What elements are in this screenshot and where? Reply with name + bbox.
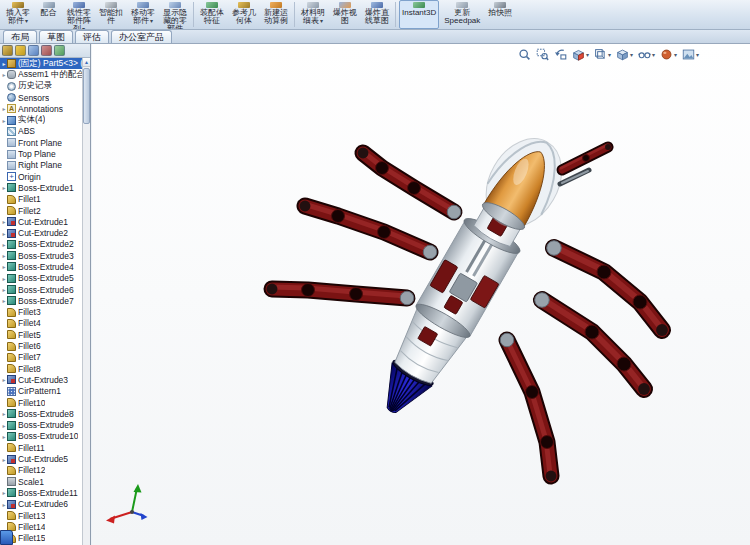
take-snapshot-button[interactable]: 拍快照 [485, 0, 515, 29]
tree-item[interactable]: 历史记录 [0, 81, 82, 92]
tree-item[interactable]: ▸Boss-Extrude9 [0, 420, 82, 431]
dropdown-arrow-icon[interactable]: ▾ [150, 18, 153, 24]
ribbon-button-label: 图 [341, 17, 349, 25]
tree-item[interactable]: ▸实体(4) [0, 114, 82, 125]
tree-item[interactable]: Fillet13 [0, 510, 82, 521]
linear-component-pattern-button[interactable]: 线性零部件阵列▾ [64, 0, 94, 29]
tree-item[interactable]: Fillet10 [0, 397, 82, 408]
tree-item-label: Fillet7 [18, 352, 41, 362]
dropdown-arrow-icon[interactable]: ▾ [320, 18, 323, 24]
section-view-button[interactable]: ▾ [570, 47, 591, 63]
tree-item[interactable]: ▸Cut-Extrude1 [0, 216, 82, 227]
tree-item[interactable]: Fillet6 [0, 340, 82, 351]
tree-item[interactable]: ▸Boss-Extrude1 [0, 182, 82, 193]
tree-item[interactable]: Origin [0, 171, 82, 182]
update-speedpak-button[interactable]: 更新Speedpak [441, 0, 483, 29]
ribbon-button-label: 特征 [204, 17, 220, 25]
tree-item[interactable]: Top Plane [0, 148, 82, 159]
insert-component-button[interactable]: 插入零部件▾ [3, 0, 33, 29]
mate-button[interactable]: 配合 [35, 0, 62, 29]
tree-item[interactable]: ▸Cut-Extrude5 [0, 453, 82, 464]
tree-item-label: Cut-Extrude1 [18, 217, 68, 227]
assembly-features-button[interactable]: 装配体特征 [197, 0, 227, 29]
dropdown-arrow-icon[interactable]: ▾ [652, 51, 655, 58]
dropdown-arrow-icon[interactable]: ▾ [630, 51, 633, 58]
display-style-button[interactable]: ▾ [614, 47, 635, 63]
instant3d-button[interactable]: Instant3D [399, 0, 439, 29]
tree-item[interactable]: ABS [0, 126, 82, 137]
tree-item[interactable]: ▸Assem1 中的配合 [0, 69, 82, 80]
explode-line-sketch-button[interactable]: 爆炸直线草图 [362, 0, 392, 29]
tree-item[interactable]: Fillet7 [0, 352, 82, 363]
tree-item[interactable]: ▸Cut-Extrude6 [0, 499, 82, 510]
displaymanager-tab-icon[interactable] [54, 45, 65, 56]
dimxpertmanager-tab-icon[interactable] [41, 45, 52, 56]
tree-item[interactable]: Scale1 [0, 476, 82, 487]
tree-item[interactable]: Right Plane [0, 160, 82, 171]
bill-of-materials-button[interactable]: 材料明细表▾ [298, 0, 328, 29]
tree-item[interactable]: ▸Boss-Extrude10 [0, 431, 82, 442]
featuremanager-tab-icon[interactable] [2, 45, 13, 56]
scrollbar-thumb[interactable] [83, 68, 90, 124]
tree-item[interactable]: ▸Boss-Extrude3 [0, 250, 82, 261]
fillet-icon [7, 398, 16, 407]
tree-item[interactable]: Fillet5 [0, 329, 82, 340]
tab-evaluate[interactable]: 评估 [75, 30, 109, 43]
edit-appearance-button[interactable]: ▾ [658, 47, 679, 63]
tab-layout[interactable]: 布局 [3, 30, 37, 43]
dropdown-arrow-icon[interactable]: ▾ [608, 51, 611, 58]
ribbon-separator [193, 2, 194, 27]
smart-fasteners-button[interactable]: 智能扣件 [96, 0, 126, 29]
hide-show-items-button[interactable]: ▾ [636, 47, 657, 63]
tree-item[interactable]: ▸Cut-Extrude2 [0, 227, 82, 238]
show-hidden-components-button[interactable]: 显示隐藏的零部件 [160, 0, 190, 29]
dropdown-arrow-icon[interactable]: ▾ [25, 18, 28, 24]
propertymanager-tab-icon[interactable] [15, 45, 26, 56]
tree-item[interactable]: ▸Boss-Extrude5 [0, 273, 82, 284]
tree-item[interactable]: Fillet8 [0, 363, 82, 374]
tree-item[interactable]: Fillet12 [0, 465, 82, 476]
tree-item[interactable]: ▸(固定) Part5<3> (Defa [0, 58, 82, 69]
tree-item[interactable]: ▸Boss-Extrude8 [0, 408, 82, 419]
spider-robot-model[interactable] [92, 44, 750, 545]
dropdown-arrow-icon[interactable]: ▾ [696, 51, 699, 58]
view-orientation-button[interactable]: ▾ [592, 47, 613, 63]
tree-item[interactable]: Fillet2 [0, 205, 82, 216]
configurationmanager-tab-icon[interactable] [28, 45, 39, 56]
zoom-area-button[interactable] [534, 47, 551, 63]
tree-item[interactable]: ▸Boss-Extrude4 [0, 261, 82, 272]
tree-item[interactable]: ▸Annotations [0, 103, 82, 114]
dropdown-arrow-icon[interactable]: ▾ [586, 51, 589, 58]
scrollbar-up-icon[interactable]: ▲ [83, 58, 90, 67]
tree-item[interactable]: Fillet3 [0, 307, 82, 318]
new-motion-study-button[interactable]: 新建运动算例 [261, 0, 291, 29]
spider-leg [358, 148, 454, 212]
tree-item[interactable]: ▸Cut-Extrude3 [0, 374, 82, 385]
tree-item[interactable]: ▸Boss-Extrude7 [0, 295, 82, 306]
tree-item-label: Fillet14 [18, 522, 45, 532]
tree-item[interactable]: ▸Boss-Extrude6 [0, 284, 82, 295]
apply-scene-button[interactable]: ▾ [680, 47, 701, 63]
command-manager-tabs: 布局草图评估办公室产品 [0, 30, 750, 44]
tree-item[interactable]: Front Plane [0, 137, 82, 148]
tree-item[interactable]: ▸Boss-Extrude2 [0, 239, 82, 250]
zoom-fit-button[interactable] [516, 47, 533, 63]
tree-item[interactable]: Fillet11 [0, 442, 82, 453]
tree-item[interactable]: CirPattern1 [0, 386, 82, 397]
graphics-area[interactable]: ▾▾▾▾▾▾ [92, 44, 750, 545]
boss-extrude-icon [7, 251, 16, 260]
exploded-view-button[interactable]: 爆炸视图 [330, 0, 360, 29]
tree-item[interactable]: ▸Boss-Extrude11 [0, 487, 82, 498]
spider-leg [541, 298, 650, 395]
dropdown-arrow-icon[interactable]: ▾ [674, 51, 677, 58]
material-icon [7, 127, 16, 136]
tree-item[interactable]: Sensors [0, 92, 82, 103]
reference-geometry-button[interactable]: 参考几何体 [229, 0, 259, 29]
move-component-button[interactable]: 移动零部件▾ [128, 0, 158, 29]
tab-office-products[interactable]: 办公室产品 [111, 30, 172, 43]
previous-view-button[interactable] [552, 47, 569, 63]
tree-item[interactable]: Fillet1 [0, 194, 82, 205]
tab-sketch[interactable]: 草图 [39, 30, 73, 43]
tree-scrollbar[interactable]: ▲ [82, 58, 90, 545]
tree-item[interactable]: Fillet4 [0, 318, 82, 329]
